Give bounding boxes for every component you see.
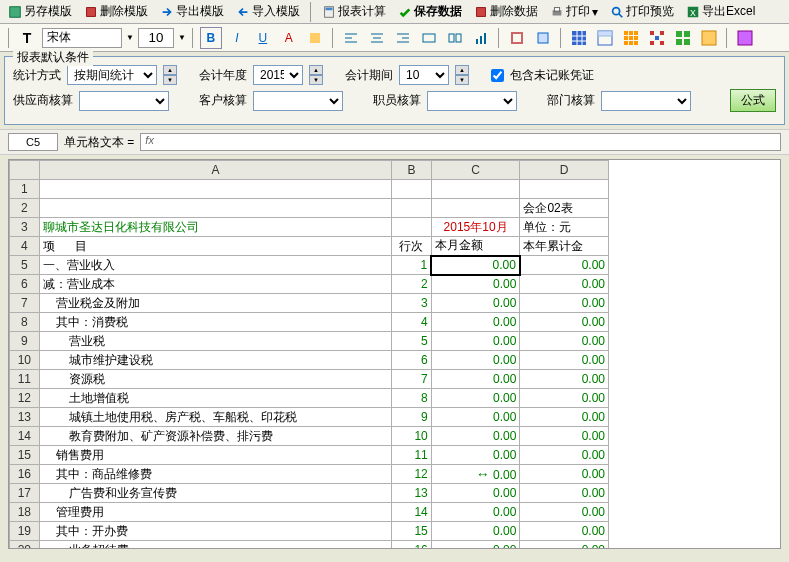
row-header[interactable]: 17 (10, 484, 40, 503)
item-cell[interactable]: 营业税金及附加 (39, 294, 392, 313)
year-spin[interactable]: ▲▼ (309, 65, 323, 85)
item-cell[interactable]: 城市维护建设税 (39, 351, 392, 370)
row-header[interactable]: 13 (10, 408, 40, 427)
calculate-button[interactable]: 报表计算 (318, 2, 390, 21)
header-cell[interactable]: 项 目 (39, 237, 392, 256)
item-cell[interactable]: 城镇土地使用税、房产税、车船税、印花税 (39, 408, 392, 427)
date-cell[interactable]: 2015年10月 (431, 218, 520, 237)
row-header[interactable]: 4 (10, 237, 40, 256)
item-cell[interactable]: 营业税 (39, 332, 392, 351)
delete-template-button[interactable]: 删除模版 (80, 2, 152, 21)
header-cell[interactable]: 本月金额 (431, 237, 520, 256)
row-header[interactable]: 8 (10, 313, 40, 332)
year-amount-cell[interactable]: 0.00 (520, 503, 609, 522)
year-amount-cell[interactable]: 0.00 (520, 522, 609, 541)
month-amount-cell[interactable]: 0.00 (431, 427, 520, 446)
font-size-select[interactable] (138, 28, 174, 48)
seq-cell[interactable]: 8 (392, 389, 432, 408)
period-spin[interactable]: ▲▼ (455, 65, 469, 85)
chart-icon[interactable] (470, 27, 492, 49)
item-cell[interactable]: 其中：商品维修费 (39, 465, 392, 484)
export-excel-button[interactable]: X导出Excel (682, 2, 759, 21)
save-template-button[interactable]: 另存模版 (4, 2, 76, 21)
year-amount-cell[interactable]: 0.00 (520, 332, 609, 351)
col-header-d[interactable]: D (520, 161, 609, 180)
month-amount-cell[interactable]: 0.00 (431, 446, 520, 465)
row-header[interactable]: 12 (10, 389, 40, 408)
grid5-icon[interactable] (672, 27, 694, 49)
year-select[interactable]: 2015 (253, 65, 303, 85)
stat-spin[interactable]: ▲▼ (163, 65, 177, 85)
row-header[interactable]: 10 (10, 351, 40, 370)
item-cell[interactable]: 土地增值税 (39, 389, 392, 408)
fill-color-icon[interactable] (304, 27, 326, 49)
include-unposted-checkbox[interactable] (491, 69, 504, 82)
seq-cell[interactable]: 6 (392, 351, 432, 370)
dept-select[interactable] (601, 91, 691, 111)
year-amount-cell[interactable]: 0.00 (520, 370, 609, 389)
seq-cell[interactable]: 14 (392, 503, 432, 522)
staff-select[interactable] (427, 91, 517, 111)
seq-cell[interactable]: 11 (392, 446, 432, 465)
year-amount-cell[interactable]: 0.00 (520, 484, 609, 503)
col-header-a[interactable]: A (39, 161, 392, 180)
grid3-icon[interactable] (620, 27, 642, 49)
cell[interactable]: 会企02表 (520, 199, 609, 218)
row-header[interactable]: 19 (10, 522, 40, 541)
item-cell[interactable]: 其中：消费税 (39, 313, 392, 332)
item-cell[interactable]: 业务招待费 (39, 541, 392, 550)
row-header[interactable]: 9 (10, 332, 40, 351)
grid2-icon[interactable] (594, 27, 616, 49)
row-header[interactable]: 5 (10, 256, 40, 275)
align-center-icon[interactable] (366, 27, 388, 49)
item-cell[interactable]: 教育费附加、矿产资源补偿费、排污费 (39, 427, 392, 446)
year-amount-cell[interactable]: 0.00 (520, 465, 609, 484)
year-amount-cell[interactable]: 0.00 (520, 275, 609, 294)
header-cell[interactable]: 行次 (392, 237, 432, 256)
cell[interactable] (39, 199, 392, 218)
year-amount-cell[interactable]: 0.00 (520, 294, 609, 313)
align-left-icon[interactable] (340, 27, 362, 49)
seq-cell[interactable]: 15 (392, 522, 432, 541)
merge-icon[interactable] (418, 27, 440, 49)
seq-cell[interactable]: 10 (392, 427, 432, 446)
year-amount-cell[interactable]: 0.00 (520, 313, 609, 332)
seq-cell[interactable]: 2 (392, 275, 432, 294)
row-header[interactable]: 11 (10, 370, 40, 389)
customer-select[interactable] (253, 91, 343, 111)
seq-cell[interactable]: 5 (392, 332, 432, 351)
seq-cell[interactable]: 9 (392, 408, 432, 427)
seq-cell[interactable]: 7 (392, 370, 432, 389)
row-header[interactable]: 14 (10, 427, 40, 446)
month-amount-cell[interactable]: 0.00 (431, 275, 520, 294)
font-color-icon[interactable]: A (278, 27, 300, 49)
year-amount-cell[interactable]: 0.00 (520, 351, 609, 370)
print-button[interactable]: 打印 ▾ (546, 2, 602, 21)
item-cell[interactable]: 一、营业收入 (39, 256, 392, 275)
month-amount-cell[interactable]: ↔ 0.00 (431, 465, 520, 484)
year-amount-cell[interactable]: 0.00 (520, 256, 609, 275)
period-select[interactable]: 10 (399, 65, 449, 85)
item-cell[interactable]: 管理费用 (39, 503, 392, 522)
year-amount-cell[interactable]: 0.00 (520, 408, 609, 427)
cell[interactable] (392, 199, 432, 218)
month-amount-cell[interactable]: 0.00 (431, 256, 520, 275)
bold-icon[interactable]: B (200, 27, 222, 49)
border2-icon[interactable] (532, 27, 554, 49)
cell[interactable] (431, 199, 520, 218)
import-template-button[interactable]: 导入模版 (232, 2, 304, 21)
export-template-button[interactable]: 导出模版 (156, 2, 228, 21)
split-icon[interactable] (444, 27, 466, 49)
month-amount-cell[interactable]: 0.00 (431, 313, 520, 332)
grid4-icon[interactable] (646, 27, 668, 49)
delete-data-button[interactable]: 删除数据 (470, 2, 542, 21)
month-amount-cell[interactable]: 0.00 (431, 408, 520, 427)
cell-address-input[interactable] (8, 133, 58, 151)
unit-cell[interactable]: 单位：元 (520, 218, 609, 237)
corner-cell[interactable] (10, 161, 40, 180)
formula-input[interactable]: fx (140, 133, 781, 151)
item-cell[interactable]: 销售费用 (39, 446, 392, 465)
company-cell[interactable]: 聊城市圣达日化科技有限公司 (39, 218, 392, 237)
formula-button[interactable]: 公式 (730, 89, 776, 112)
seq-cell[interactable]: 13 (392, 484, 432, 503)
